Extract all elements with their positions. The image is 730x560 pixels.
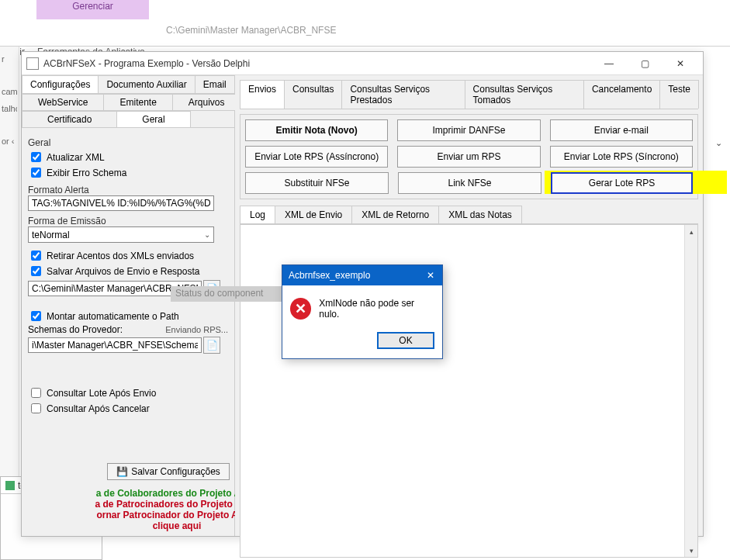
- app-icon: [26, 57, 39, 70]
- chk-montar-path[interactable]: Montar automaticamente o Path: [28, 309, 228, 323]
- tab-consultas-tomados[interactable]: Consultas Serviços Tomados: [465, 80, 584, 109]
- tab-doc-auxiliar[interactable]: Documento Auxiliar: [98, 75, 195, 93]
- app-icon: [5, 481, 15, 490]
- tab-envios[interactable]: Envios: [240, 80, 285, 109]
- combo-forma-emissao[interactable]: teNormal ⌄: [28, 226, 214, 243]
- tab-webservice[interactable]: WebService: [22, 94, 104, 110]
- chk-consultar-lote[interactable]: Consultar Lote Após Envio: [28, 385, 228, 400]
- btn-enviar-um-rps[interactable]: Enviar um RPS: [397, 146, 540, 168]
- btn-link-nfse[interactable]: Link NFSe: [398, 172, 541, 194]
- tab-xml-retorno[interactable]: XML de Retorno: [351, 206, 439, 223]
- btn-emitir-nota[interactable]: Emitir Nota (Novo): [245, 119, 388, 141]
- btn-substituir-nfse[interactable]: Substituir NFSe: [245, 172, 389, 194]
- checkbox[interactable]: [31, 168, 41, 178]
- strip-text: cami: [2, 87, 17, 96]
- tab-certificado[interactable]: Certificado: [22, 111, 117, 127]
- parent-ribbon-tab[interactable]: Gerenciar: [36, 0, 149, 19]
- chk-atualizar-xml[interactable]: Atualizar XML: [28, 150, 228, 164]
- group-title-geral: Geral: [28, 137, 228, 148]
- chevron-down-icon: ⌄: [204, 230, 210, 239]
- label-formato-alerta: Formato Alerta: [28, 185, 228, 195]
- tab-xml-notas[interactable]: XML das Notas: [438, 206, 522, 223]
- label-forma-emissao: Forma de Emissão: [28, 216, 228, 226]
- btn-gerar-lote-rps[interactable]: Gerar Lote RPS: [551, 172, 693, 194]
- label-schemas: Schemas do Provedor:: [28, 324, 123, 335]
- browse-schemas-button[interactable]: 📄: [203, 337, 220, 354]
- checkbox[interactable]: [31, 311, 41, 321]
- checkbox[interactable]: [31, 266, 41, 276]
- left-pane: Configurações Documento Auxiliar Email W…: [22, 75, 235, 536]
- dialog-close-button[interactable]: ✕: [419, 265, 442, 285]
- input-path-schemas[interactable]: [28, 337, 202, 353]
- strip-text: r: [2, 54, 17, 64]
- dialog-message: XmlNode não pode ser nulo.: [319, 298, 434, 320]
- dialog-titlebar[interactable]: Acbrnfsex_exemplo ✕: [282, 265, 442, 285]
- tab-consultas-prestados[interactable]: Consultas Serviços Prestados: [341, 80, 465, 109]
- btn-enviar-lote-assinc[interactable]: Enviar Lote RPS (Assíncrono): [245, 146, 388, 168]
- dialog-title: Acbrnfsex_exemplo: [289, 270, 370, 281]
- chevron-down-icon[interactable]: ⌄: [715, 138, 722, 148]
- btn-enviar-lote-sinc[interactable]: Enviar Lote RPS (Síncrono): [550, 146, 693, 168]
- scroll-up-icon[interactable]: ▴: [685, 225, 697, 238]
- titlebar[interactable]: ACBrNFSeX - Programa Exemplo - Versão De…: [22, 52, 703, 75]
- parent-left-strip: r cami talho or ‹: [0, 47, 19, 543]
- chk-salvar-arquivos[interactable]: Salvar Arquivos de Envio e Resposta: [28, 264, 228, 278]
- chk-consultar-cancelar[interactable]: Consultar Após Cancelar: [28, 401, 228, 416]
- close-button[interactable]: ✕: [663, 52, 698, 75]
- dialog-ok-button[interactable]: OK: [377, 332, 434, 349]
- checkbox[interactable]: [31, 251, 41, 261]
- tab-emitente[interactable]: Emitente: [103, 94, 172, 110]
- save-icon: 💾: [116, 466, 128, 477]
- save-config-button[interactable]: 💾 Salvar Configurações: [107, 463, 230, 480]
- folder-icon: 📄: [206, 340, 218, 351]
- strip-text: talho: [2, 104, 17, 113]
- tab-email[interactable]: Email: [195, 75, 235, 93]
- chk-retirar-acentos[interactable]: Retirar Acentos dos XMLs enviados: [28, 248, 228, 263]
- error-icon: ✕: [290, 298, 311, 320]
- chk-exibir-erro[interactable]: Exibir Erro Schema: [28, 165, 228, 180]
- combo-value: teNormal: [32, 230, 70, 240]
- btn-imprimir-danfse[interactable]: Imprimir DANFSe: [397, 119, 540, 141]
- checkbox[interactable]: [31, 152, 41, 162]
- action-button-grid: Emitir Nota (Novo) Imprimir DANFSe Envia…: [240, 114, 698, 199]
- status-enviando-rps: Enviando RPS...: [165, 325, 228, 334]
- scroll-down-icon[interactable]: ▾: [685, 544, 697, 557]
- tab-geral[interactable]: Geral: [116, 111, 190, 127]
- tab-consultas[interactable]: Consultas: [284, 80, 342, 109]
- tab-configuracoes[interactable]: Configurações: [22, 75, 99, 93]
- parent-path-text: C:\Gemini\Master Manager\ACBR_NFSE: [166, 25, 336, 36]
- strip-text: or ‹: [2, 137, 17, 146]
- error-dialog: Acbrnfsex_exemplo ✕ ✕ XmlNode não pode s…: [282, 264, 443, 359]
- window-title: ACBrNFSeX - Programa Exemplo - Versão De…: [43, 58, 591, 69]
- tab-cancelamento[interactable]: Cancelamento: [583, 80, 660, 109]
- minimize-button[interactable]: —: [591, 52, 627, 75]
- input-formato-alerta[interactable]: [28, 195, 214, 211]
- tab-log[interactable]: Log: [240, 206, 275, 223]
- checkbox[interactable]: [31, 388, 41, 398]
- btn-enviar-email[interactable]: Enviar e-mail: [550, 119, 693, 141]
- tab-xml-envio[interactable]: XML de Envio: [275, 206, 352, 223]
- checkbox[interactable]: [31, 403, 41, 413]
- maximize-button[interactable]: ▢: [627, 52, 663, 75]
- tab-teste[interactable]: Teste: [659, 80, 699, 109]
- scrollbar[interactable]: ▴ ▾: [684, 225, 697, 557]
- tab-arquivos[interactable]: Arquivos: [172, 94, 241, 110]
